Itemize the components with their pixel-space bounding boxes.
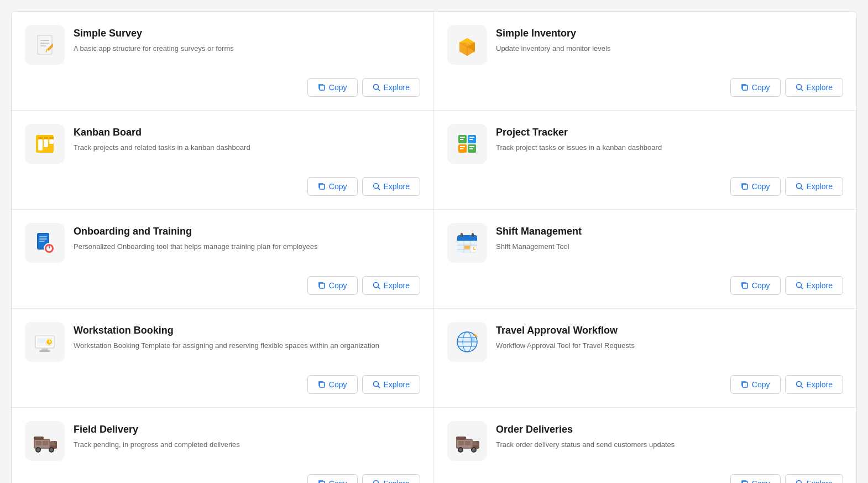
card-order-deliveries: Order Deliveries Track order delivery st…	[434, 408, 856, 483]
card-actions-kanban-board: Copy Explore	[25, 177, 420, 196]
explore-button-onboarding-training[interactable]: Explore	[362, 276, 420, 295]
card-workstation-booking: Workstation Booking Workstation Booking …	[12, 309, 434, 408]
card-header-kanban-board: Kanban Board Track projects and related …	[25, 124, 420, 164]
copy-icon	[318, 84, 326, 91]
svg-rect-14	[44, 139, 48, 147]
svg-rect-70	[38, 339, 45, 343]
card-icon-shift-management	[447, 223, 487, 263]
copy-icon	[318, 480, 326, 483]
card-text-kanban-board: Kanban Board Track projects and related …	[74, 124, 420, 153]
svg-rect-101	[458, 441, 464, 445]
svg-line-49	[378, 287, 380, 289]
svg-rect-102	[465, 441, 470, 445]
copy-icon	[741, 183, 749, 190]
card-title-travel-approval: Travel Approval Workflow	[496, 324, 843, 337]
card-description-simple-inventory: Update inventory and monitor levels	[496, 43, 843, 54]
card-text-onboarding-training: Onboarding and Training Personalized Onb…	[74, 223, 420, 252]
card-description-kanban-board: Track projects and related tasks in a ka…	[74, 142, 420, 153]
copy-button-project-tracker[interactable]: Copy	[730, 177, 781, 196]
copy-button-onboarding-training[interactable]: Copy	[307, 276, 358, 295]
svg-rect-16	[38, 137, 43, 139]
card-icon-simple-inventory	[447, 25, 487, 65]
svg-line-8	[378, 89, 380, 91]
svg-rect-82	[742, 382, 747, 387]
svg-point-106	[472, 448, 475, 451]
explore-icon	[373, 480, 380, 483]
svg-rect-42	[39, 241, 45, 242]
explore-icon	[796, 480, 803, 483]
copy-button-order-deliveries[interactable]: Copy	[730, 474, 781, 483]
svg-line-75	[378, 386, 380, 388]
explore-icon	[373, 84, 380, 91]
card-simple-survey: Simple Survey A basic app structure for …	[12, 12, 434, 111]
card-description-project-tracker: Track project tasks or issues in a kanba…	[496, 142, 843, 153]
copy-button-kanban-board[interactable]: Copy	[307, 177, 358, 196]
copy-button-simple-inventory[interactable]: Copy	[730, 78, 781, 97]
explore-button-simple-inventory[interactable]: Explore	[785, 78, 843, 97]
svg-line-21	[378, 188, 380, 190]
explore-icon	[373, 183, 380, 190]
card-header-shift-management: Shift Management Shift Management Tool	[447, 223, 843, 263]
card-description-onboarding-training: Personalized Onboarding tool that helps …	[74, 241, 420, 252]
explore-icon	[373, 381, 380, 388]
explore-button-order-deliveries[interactable]: Explore	[785, 474, 843, 483]
copy-button-shift-management[interactable]: Copy	[730, 276, 781, 295]
explore-button-travel-approval[interactable]: Explore	[785, 375, 843, 394]
explore-button-kanban-board[interactable]: Explore	[362, 177, 420, 196]
svg-rect-89	[43, 441, 48, 445]
copy-button-field-delivery[interactable]: Copy	[307, 474, 358, 483]
card-header-order-deliveries: Order Deliveries Track order delivery st…	[447, 421, 843, 461]
copy-icon	[318, 282, 326, 289]
explore-icon	[373, 282, 380, 289]
copy-icon	[741, 480, 749, 483]
card-actions-shift-management: Copy Explore	[447, 276, 843, 295]
card-icon-workstation-booking	[25, 322, 65, 362]
explore-icon	[796, 84, 803, 91]
svg-rect-41	[39, 238, 47, 240]
card-travel-approval: Travel Approval Workflow Workflow Approv…	[434, 309, 856, 408]
card-actions-onboarding-training: Copy Explore	[25, 276, 420, 295]
svg-line-84	[801, 386, 803, 388]
card-icon-travel-approval	[447, 322, 487, 362]
card-title-shift-management: Shift Management	[496, 225, 843, 238]
explore-button-shift-management[interactable]: Explore	[785, 276, 843, 295]
card-text-workstation-booking: Workstation Booking Workstation Booking …	[74, 322, 420, 351]
explore-icon	[796, 282, 803, 289]
svg-point-91	[36, 448, 40, 451]
card-actions-simple-survey: Copy Explore	[25, 78, 420, 97]
copy-icon	[318, 183, 326, 190]
card-header-workstation-booking: Workstation Booking Workstation Booking …	[25, 322, 420, 362]
svg-rect-46	[49, 245, 50, 248]
card-icon-order-deliveries	[447, 421, 487, 461]
copy-button-simple-survey[interactable]: Copy	[307, 78, 358, 97]
explore-button-field-delivery[interactable]: Explore	[362, 474, 420, 483]
copy-button-travel-approval[interactable]: Copy	[730, 375, 781, 394]
svg-point-96	[373, 481, 378, 484]
svg-point-93	[50, 448, 53, 451]
card-header-simple-inventory: Simple Inventory Update inventory and mo…	[447, 25, 843, 65]
card-field-delivery: Field Delivery Track pending, in progres…	[12, 408, 434, 483]
copy-button-workstation-booking[interactable]: Copy	[307, 375, 358, 394]
card-title-field-delivery: Field Delivery	[74, 423, 420, 436]
svg-rect-54	[472, 233, 474, 237]
card-simple-inventory: Simple Inventory Update inventory and mo…	[434, 12, 856, 111]
svg-point-104	[459, 448, 462, 451]
svg-rect-59	[464, 246, 470, 249]
card-title-project-tracker: Project Tracker	[496, 126, 843, 139]
svg-rect-9	[742, 85, 747, 90]
explore-button-simple-survey[interactable]: Explore	[362, 78, 420, 97]
card-header-project-tracker: Project Tracker Track project tasks or i…	[447, 124, 843, 164]
card-text-simple-inventory: Simple Inventory Update inventory and mo…	[496, 25, 843, 54]
svg-rect-62	[742, 283, 747, 288]
card-text-travel-approval: Travel Approval Workflow Workflow Approv…	[496, 322, 843, 351]
card-description-order-deliveries: Track order delivery status and send cus…	[496, 439, 843, 450]
explore-button-project-tracker[interactable]: Explore	[785, 177, 843, 196]
svg-point-109	[796, 481, 801, 484]
svg-rect-18	[49, 137, 54, 139]
app-grid: Simple Survey A basic app structure for …	[11, 11, 857, 483]
card-icon-kanban-board	[25, 124, 65, 164]
explore-button-workstation-booking[interactable]: Explore	[362, 375, 420, 394]
svg-rect-68	[41, 349, 48, 350]
card-header-travel-approval: Travel Approval Workflow Workflow Approv…	[447, 322, 843, 362]
svg-rect-15	[49, 139, 54, 144]
